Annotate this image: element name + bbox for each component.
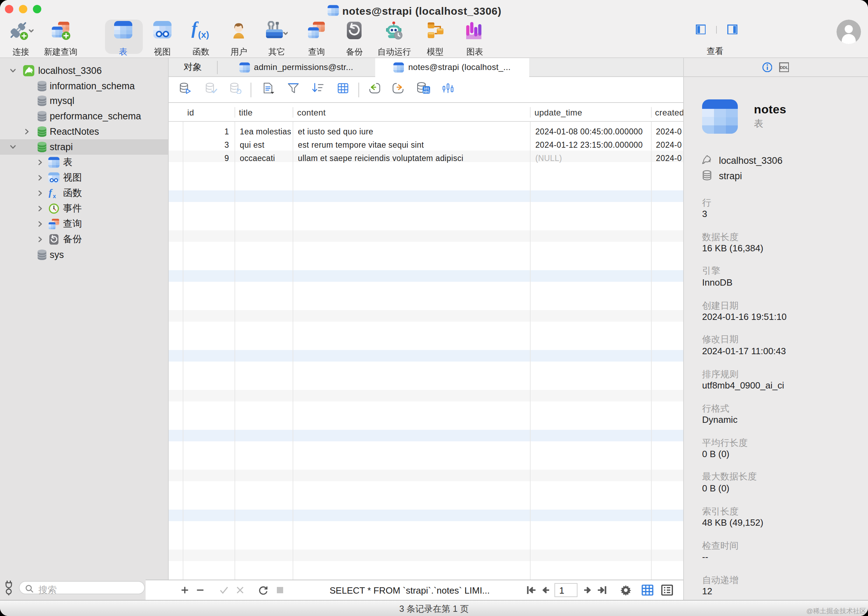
svg-text:DDL: DDL [780, 66, 788, 70]
svg-text:ABC: ABC [423, 90, 430, 93]
svg-text:f: f [48, 187, 52, 197]
svg-text:f: f [191, 21, 199, 38]
svg-text:x: x [52, 193, 56, 198]
svg-text:(x): (x) [198, 30, 209, 40]
